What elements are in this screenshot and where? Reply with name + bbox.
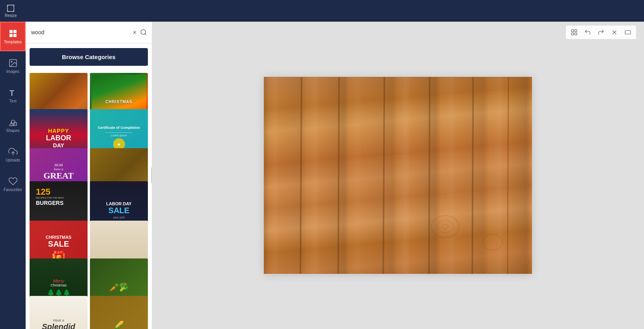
svg-rect-3 — [9, 34, 13, 37]
canvas-area — [152, 22, 644, 329]
merry-text2: Christmas — [50, 283, 67, 287]
sidebar-icons: Templates Images T Text Shapes — [0, 22, 26, 329]
svg-rect-17 — [575, 33, 577, 35]
sidebar-item-favourites[interactable]: Favourites — [0, 169, 26, 199]
wood-canvas — [264, 77, 532, 274]
labor-day-text2: LABOR — [46, 134, 71, 142]
panel: ✕ Browse Categories CHRISTMAS — [26, 22, 152, 329]
have-splendid-text2: Splendid — [42, 322, 75, 329]
svg-rect-2 — [13, 30, 17, 33]
burgers-num: 125 — [36, 188, 50, 196]
svg-point-32 — [431, 216, 459, 238]
sidebar-item-text[interactable]: T Text — [0, 81, 26, 110]
resize-label: Resize — [5, 13, 17, 18]
sidebar-item-uploads[interactable]: Uploads — [0, 140, 26, 169]
svg-point-12 — [141, 30, 146, 34]
svg-point-35 — [483, 234, 502, 250]
labor-day-text1: HAPPY — [48, 128, 69, 134]
certificate-text: Certificate of Completion — [98, 126, 140, 130]
svg-line-29 — [472, 77, 473, 274]
sidebar-item-templates[interactable]: Templates — [0, 22, 26, 51]
svg-rect-15 — [575, 30, 577, 32]
moms-line3: GREAT — [43, 171, 74, 180]
resize-button[interactable]: Resize — [5, 4, 17, 18]
labor-day-text3: DAY — [53, 142, 64, 149]
svg-rect-1 — [9, 30, 13, 33]
sidebar-item-shapes[interactable]: Shapes — [0, 110, 26, 140]
labor-sale-text2: SALE — [108, 206, 129, 215]
close-canvas-button[interactable] — [609, 27, 620, 37]
main-layout: Templates Images T Text Shapes — [0, 22, 644, 329]
christmas-template-text: CHRISTMAS — [105, 100, 132, 104]
svg-line-31 — [508, 77, 508, 274]
frame-button[interactable] — [623, 27, 633, 37]
xmas-sale-text2: SALE — [48, 240, 69, 249]
panel-collapse-button[interactable]: ‹ — [151, 167, 152, 183]
template-have-splendid[interactable]: Have a Splendid — [30, 296, 88, 329]
svg-rect-16 — [571, 33, 573, 35]
sidebar-item-favourites-label: Favourites — [4, 188, 22, 192]
svg-line-27 — [429, 77, 429, 274]
svg-rect-4 — [13, 34, 17, 37]
svg-rect-14 — [571, 30, 573, 32]
moms-line1: MOM — [54, 163, 63, 167]
browse-categories-button[interactable]: Browse Categories — [30, 48, 148, 66]
xmas-sale-text1: CHRISTMAS — [46, 235, 71, 240]
top-bar: Resize — [0, 0, 644, 22]
search-input[interactable] — [29, 29, 131, 35]
sidebar-item-uploads-label: Uploads — [6, 158, 20, 162]
svg-text:T: T — [9, 89, 14, 97]
undo-button[interactable] — [582, 27, 593, 37]
search-bar: ✕ — [26, 22, 152, 43]
canvas-toolbar — [566, 26, 636, 39]
have-splendid-text1: Have a — [53, 318, 64, 322]
svg-point-33 — [437, 221, 453, 232]
burgers-big: BURGERS — [36, 200, 63, 206]
search-submit-button[interactable] — [138, 27, 149, 37]
svg-point-6 — [11, 61, 12, 62]
grid-view-button[interactable] — [569, 27, 579, 37]
burgers-sub: RECIPES FOR THE BEST — [36, 197, 64, 199]
redo-button[interactable] — [596, 27, 606, 37]
svg-rect-20 — [625, 31, 631, 34]
canvas-wrapper — [152, 22, 644, 329]
merry-text1: Merry — [53, 279, 64, 283]
svg-line-13 — [145, 33, 146, 35]
svg-line-23 — [338, 77, 339, 274]
templates-grid: CHRISTMAS HAPPY LABOR DAY Certificate of… — [26, 71, 152, 329]
template-extra-food[interactable]: 🌽 — [90, 296, 148, 329]
sidebar-item-text-label: Text — [9, 99, 16, 103]
sidebar-item-images-label: Images — [6, 69, 19, 74]
labor-sale-text1: LABOR DAY — [106, 201, 131, 206]
search-clear-button[interactable]: ✕ — [131, 28, 138, 37]
svg-rect-0 — [7, 5, 14, 12]
sidebar-item-images[interactable]: Images — [0, 51, 26, 81]
svg-point-34 — [442, 224, 448, 229]
sidebar-item-shapes-label: Shapes — [6, 128, 20, 133]
sidebar-item-templates-label: Templates — [4, 40, 22, 44]
canvas-frame[interactable] — [264, 77, 532, 274]
